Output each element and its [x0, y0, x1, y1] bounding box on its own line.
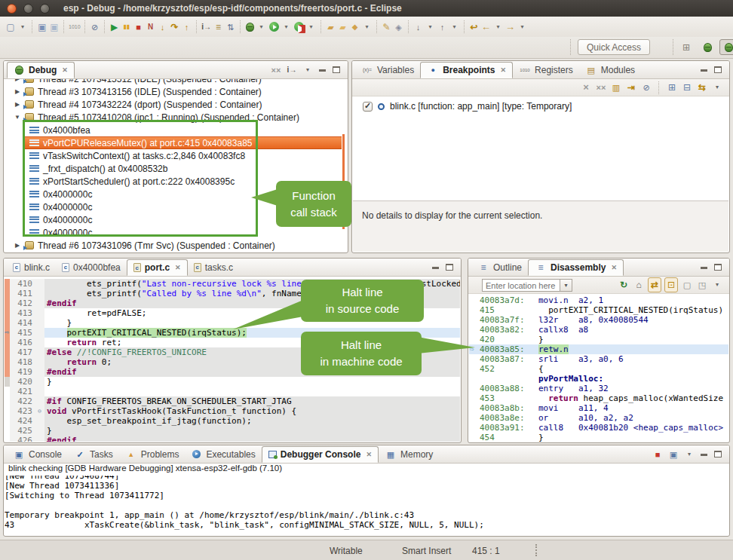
- fold-icon[interactable]: ⊖: [38, 406, 44, 416]
- instruction-stepping-icon[interactable]: i→: [287, 63, 297, 77]
- link-debug-icon[interactable]: ⇆: [697, 81, 707, 94]
- thread-item[interactable]: ▶Thread #6 1073431096 (Tmr Svc) (Suspend…: [5, 239, 347, 252]
- stack-frame-item[interactable]: vPortCPUReleaseMutex() at port.c:415 0x4…: [24, 136, 342, 149]
- perspective-open-perspective[interactable]: ⊞: [677, 39, 695, 55]
- thread-item[interactable]: ▶Thread #4 1073432224 (dport) (Suspended…: [5, 98, 347, 111]
- remove-all-icon[interactable]: ××: [596, 81, 606, 94]
- maximize-icon[interactable]: [714, 451, 722, 457]
- next-annotation-icon[interactable]: ↓: [413, 20, 424, 34]
- run-icon[interactable]: [269, 22, 279, 32]
- dd-icon[interactable]: ▾: [306, 20, 317, 34]
- dd-icon[interactable]: ▾: [425, 20, 436, 34]
- tab-modules[interactable]: ▤Modules: [579, 62, 641, 78]
- new-view-icon[interactable]: ▢: [682, 278, 692, 292]
- tab-outline[interactable]: ≡Outline: [471, 259, 528, 276]
- debug-bug-icon[interactable]: [246, 23, 254, 32]
- dd-icon[interactable]: ▾: [493, 20, 504, 34]
- tab-debugger-console[interactable]: Debugger Console✕: [262, 446, 379, 463]
- binary-view-icon[interactable]: 1010: [69, 20, 81, 34]
- perspective-debug-perspective[interactable]: [719, 39, 733, 55]
- refresh-icon[interactable]: ↻: [618, 278, 629, 292]
- minimize-icon[interactable]: [701, 66, 707, 74]
- tab-tasks-c[interactable]: ctasks.c: [188, 259, 239, 276]
- tab-executables[interactable]: Executables: [185, 446, 261, 463]
- tab-port-c[interactable]: cport.c✕: [127, 259, 188, 276]
- perspective-cpp-perspective[interactable]: [698, 39, 716, 55]
- tab-breakpoints[interactable]: ●Breakpoints✕: [420, 62, 513, 78]
- stack-frame-item[interactable]: 0x4000bfea: [29, 124, 347, 136]
- skip-all-icon[interactable]: ⊘: [641, 81, 652, 94]
- instruction-stepping-icon[interactable]: i→: [201, 20, 212, 34]
- resume-icon[interactable]: ▶: [109, 20, 120, 34]
- display-console-icon[interactable]: ▣: [668, 448, 679, 461]
- window-close-button[interactable]: [7, 4, 17, 14]
- tab-tasks[interactable]: ✓Tasks: [68, 446, 119, 463]
- stack-frame-item[interactable]: vTaskSwitchContext() at tasks.c:2,846 0x…: [29, 149, 347, 162]
- minimize-icon[interactable]: [319, 66, 326, 74]
- back-icon[interactable]: ←: [481, 20, 492, 34]
- profile-icon[interactable]: [294, 22, 304, 32]
- maximize-icon[interactable]: [714, 264, 722, 271]
- step-filters-icon[interactable]: ⇅: [225, 20, 236, 34]
- collapse-all-icon[interactable]: ⊟: [682, 81, 692, 94]
- step-over-icon[interactable]: ↷: [170, 20, 180, 34]
- tab-variables[interactable]: (x)=Variables: [355, 62, 420, 78]
- close-icon[interactable]: ✕: [62, 66, 68, 74]
- new-wizard-icon[interactable]: ▢: [5, 20, 16, 34]
- thread-item[interactable]: ▼Thread #5 1073410208 (ipc1 : Running) (…: [5, 111, 347, 124]
- mark-pointer-icon[interactable]: ⊘: [90, 20, 100, 34]
- close-icon[interactable]: ✕: [501, 66, 507, 74]
- close-icon[interactable]: ✕: [366, 451, 372, 458]
- step-return-icon[interactable]: ↑: [182, 20, 192, 34]
- forward-icon[interactable]: →: [505, 20, 516, 34]
- remove-all-terminated-icon[interactable]: ××: [271, 63, 281, 77]
- view-menu-icon[interactable]: ▾: [712, 81, 722, 94]
- tree-expand-icon[interactable]: ▶: [14, 101, 21, 108]
- filter-icon[interactable]: ▥: [611, 81, 621, 94]
- breakpoint-checkbox[interactable]: [363, 102, 373, 112]
- tab-memory[interactable]: ▦Memory: [379, 446, 439, 463]
- close-icon[interactable]: ✕: [175, 264, 181, 271]
- suspend-icon[interactable]: ▮▮: [121, 20, 132, 34]
- tab-registers[interactable]: 1010Registers: [513, 62, 579, 78]
- last-edit-icon[interactable]: ↩: [469, 20, 480, 34]
- maximize-icon[interactable]: [446, 264, 453, 271]
- thread-item[interactable]: ▶Thread #2 1073415512 (IDLE) (Suspended …: [5, 79, 347, 85]
- location-combo[interactable]: Enter location here ▾: [482, 279, 572, 292]
- remove-icon[interactable]: ×: [581, 81, 591, 94]
- home-icon[interactable]: ⌂: [633, 278, 644, 292]
- show-source-icon[interactable]: ⊡: [666, 278, 676, 292]
- dd-icon[interactable]: ▾: [281, 20, 292, 34]
- prev-annotation-icon[interactable]: ↑: [437, 20, 448, 34]
- minimize-icon[interactable]: [432, 264, 439, 271]
- view-menu-icon[interactable]: ▾: [302, 63, 313, 77]
- stack-frame-item[interactable]: _frxt_dispatch() at 0x4008532b: [29, 162, 347, 175]
- tab-console[interactable]: ▣Console: [7, 446, 68, 463]
- step-into-icon[interactable]: ↓: [158, 20, 168, 34]
- expand-all-icon[interactable]: ⊞: [667, 81, 677, 94]
- minimize-icon[interactable]: [701, 264, 707, 271]
- tree-expand-icon[interactable]: ▶: [14, 242, 21, 249]
- tab-debug[interactable]: Debug ✕: [7, 62, 75, 78]
- view-menu-icon[interactable]: ▾: [712, 278, 722, 292]
- tree-expand-icon[interactable]: ▶: [14, 88, 21, 95]
- dd-icon[interactable]: ▾: [362, 20, 373, 34]
- sync-icon[interactable]: ⇄: [649, 278, 660, 292]
- terminate-icon[interactable]: ■: [133, 20, 144, 34]
- tree-collapse-icon[interactable]: ▼: [14, 114, 21, 121]
- close-icon[interactable]: ✕: [611, 264, 617, 271]
- thread-item[interactable]: ▶Thread #3 1073413156 (IDLE) (Suspended …: [5, 85, 347, 98]
- show-lines-icon[interactable]: ≡: [213, 20, 224, 34]
- tab-problems[interactable]: ▲Problems: [119, 446, 186, 463]
- maximize-icon[interactable]: [333, 66, 340, 73]
- dd-icon[interactable]: ▾: [449, 20, 460, 34]
- window-maximize-button[interactable]: [40, 4, 50, 14]
- dd-icon[interactable]: ▾: [17, 20, 28, 34]
- dd-icon[interactable]: ▾: [684, 448, 695, 461]
- pin-icon[interactable]: ◳: [697, 278, 707, 292]
- terminate-icon[interactable]: ■: [652, 448, 663, 461]
- open-folder-icon[interactable]: ▰: [326, 20, 336, 34]
- disconnect-icon[interactable]: N: [146, 20, 156, 34]
- mark-occurrences-icon[interactable]: ✎: [382, 20, 392, 34]
- flashlight-icon[interactable]: ◆: [350, 20, 360, 34]
